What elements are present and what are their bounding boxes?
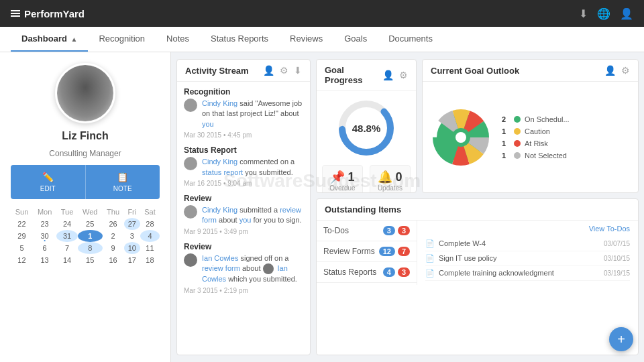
activity-header: Activity Stream 👤 ⚙ ⬇ xyxy=(177,60,310,82)
text-after-3: about xyxy=(219,216,239,224)
nav-status-reports[interactable]: Status Reports xyxy=(200,27,279,52)
cal-day[interactable]: 7 xyxy=(56,242,78,254)
cal-day[interactable]: 25 xyxy=(78,218,103,230)
cal-day[interactable]: 2 xyxy=(103,230,124,242)
cal-day[interactable]: 10 xyxy=(124,242,140,254)
nav-goals[interactable]: Goals xyxy=(333,27,378,52)
cal-day[interactable]: 15 xyxy=(78,254,103,266)
avatar-image xyxy=(57,65,113,121)
cal-day[interactable]: 9 xyxy=(103,242,124,254)
cal-day[interactable]: 14 xyxy=(56,254,78,266)
status-report-link[interactable]: status report xyxy=(202,168,243,176)
person-link-4[interactable]: Ian Cowles xyxy=(202,254,238,262)
edit-label: EDIT xyxy=(40,185,56,192)
badge-status-count: 4 xyxy=(383,267,395,277)
cal-day[interactable]: 3 xyxy=(124,230,140,242)
oi-row-reviews: Review Forms 12 7 xyxy=(317,241,417,262)
person-icon[interactable]: 👤 xyxy=(263,65,274,76)
cal-day[interactable]: 26 xyxy=(103,218,124,230)
activity-category: Recognition xyxy=(184,87,303,97)
nav-recognition[interactable]: Recognition xyxy=(88,27,156,52)
user-icon[interactable]: 👤 xyxy=(620,7,633,20)
outstanding-body: To-Dos 3 3 Review Forms 12 7 xyxy=(317,221,638,285)
legend-label-2: Caution xyxy=(525,127,550,135)
dot-green xyxy=(514,116,521,123)
activity-row-3: Cindy King submitted a review form about… xyxy=(184,205,303,226)
text-before-3: submitted a xyxy=(239,206,280,214)
activity-category-3: Review xyxy=(184,194,303,203)
cal-wed: Wed xyxy=(78,206,103,218)
cal-day[interactable]: 31 xyxy=(56,230,78,242)
pie-svg xyxy=(431,107,491,168)
cal-day-today[interactable]: 1 xyxy=(78,230,103,242)
main-navigation: Dashboard ▲ Recognition Notes Status Rep… xyxy=(0,27,644,52)
cal-day[interactable]: 18 xyxy=(140,254,160,266)
settings-icon[interactable]: ⚙ xyxy=(280,65,288,76)
download-icon[interactable]: ⬇ xyxy=(579,7,588,20)
activity-row-4: Ian Cowles signed off on a review form a… xyxy=(184,253,303,285)
cal-day[interactable]: 28 xyxy=(140,218,160,230)
person-icon-2[interactable]: 👤 xyxy=(382,70,394,80)
edit-button[interactable]: ✏️ EDIT xyxy=(11,165,85,199)
outstanding-left: To-Dos 3 3 Review Forms 12 7 xyxy=(317,221,417,285)
note-label: NOTE xyxy=(113,185,132,192)
view-todos-link[interactable]: View To-Dos xyxy=(425,225,630,233)
activity-item-review-1: Review Cindy King submitted a review for… xyxy=(184,194,303,235)
bell-icon: 🔔 xyxy=(378,170,392,184)
outlook-panel: Current Goal Outlook 👤 ⚙ xyxy=(422,59,639,193)
cal-day[interactable]: 27 xyxy=(124,218,140,230)
cal-day[interactable]: 17 xyxy=(124,254,140,266)
you-link-2[interactable]: you xyxy=(239,216,252,224)
cal-day[interactable]: 23 xyxy=(33,218,56,230)
nav-reviews[interactable]: Reviews xyxy=(279,27,333,52)
settings-icon-3[interactable]: ⚙ xyxy=(621,65,630,76)
nav-notes[interactable]: Notes xyxy=(156,27,200,52)
nav-documents[interactable]: Documents xyxy=(378,27,443,52)
cal-tue: Tue xyxy=(56,206,78,218)
cal-day[interactable]: 16 xyxy=(103,254,124,266)
note-button[interactable]: 📋 NOTE xyxy=(85,165,160,199)
avatar-cindy-king-1 xyxy=(184,99,197,112)
person-icon-3[interactable]: 👤 xyxy=(604,65,616,76)
cal-day[interactable]: 12 xyxy=(11,254,33,266)
top-row: Goal Progress 👤 ⚙ 48.8% xyxy=(316,59,639,193)
fab-button[interactable]: + xyxy=(609,327,633,351)
cal-day[interactable]: 6 xyxy=(33,242,56,254)
globe-icon[interactable]: 🌐 xyxy=(597,7,610,20)
topbar: PerformYard ⬇ 🌐 👤 xyxy=(0,0,644,27)
activity-item-recognition: Recognition Cindy King said "Awesome job… xyxy=(184,87,303,139)
dot-yellow xyxy=(514,128,521,135)
person-link-2[interactable]: Cindy King xyxy=(202,158,237,166)
activity-timestamp-1: Mar 30 2015 • 4:45 pm xyxy=(184,131,303,139)
person-link[interactable]: Cindy King xyxy=(202,99,237,107)
goal-progress-title: Goal Progress xyxy=(325,65,382,85)
topbar-right: ⬇ 🌐 👤 xyxy=(579,7,633,20)
cal-day[interactable]: 4 xyxy=(140,230,160,242)
avatar xyxy=(55,63,115,123)
goal-progress-icons: 👤 ⚙ xyxy=(382,70,408,80)
cal-day[interactable]: 29 xyxy=(11,230,33,242)
cal-day[interactable]: 13 xyxy=(33,254,56,266)
activity-timestamp-3: Mar 9 2015 • 3:49 pm xyxy=(184,228,303,235)
text-before-4: signed off on a xyxy=(240,254,288,262)
person-link-3[interactable]: Cindy King xyxy=(202,206,237,214)
settings-icon-2[interactable]: ⚙ xyxy=(399,70,408,80)
nav-dashboard[interactable]: Dashboard ▲ xyxy=(11,27,88,52)
overdue-label: Overdue xyxy=(329,184,356,192)
cal-day[interactable]: 11 xyxy=(140,242,160,254)
avatar-cindy-king-3 xyxy=(184,205,197,219)
you-link-1[interactable]: you xyxy=(202,120,214,128)
activity-text-2: Cindy King commented on a status report … xyxy=(202,157,303,178)
cal-day[interactable]: 5 xyxy=(11,242,33,254)
review-form-link-2[interactable]: review form xyxy=(202,264,240,272)
cal-day[interactable]: 24 xyxy=(56,218,78,230)
edit-icon: ✏️ xyxy=(42,172,54,182)
badge-reviews-count: 12 xyxy=(379,247,395,256)
cal-day[interactable]: 8 xyxy=(78,242,103,254)
download-icon[interactable]: ⬇ xyxy=(294,65,302,76)
outstanding-header: Outstanding Items xyxy=(317,199,638,221)
cal-day[interactable]: 22 xyxy=(11,218,33,230)
app-logo: PerformYard xyxy=(11,8,85,19)
cal-day[interactable]: 30 xyxy=(33,230,56,242)
outlook-title: Current Goal Outlook xyxy=(431,66,519,76)
